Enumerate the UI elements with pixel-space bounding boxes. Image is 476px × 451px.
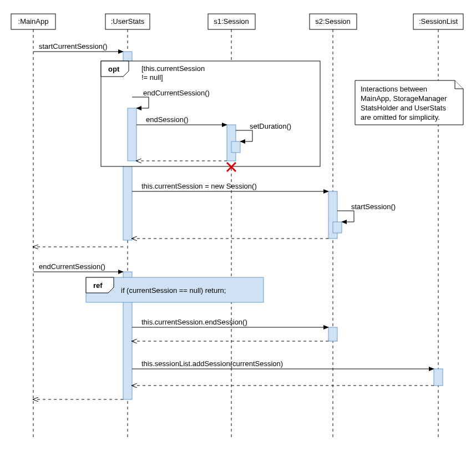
- lifeline-mainapp: :MainApp: [11, 14, 55, 438]
- fragment-ref: ref if (currentSession == null) return;: [86, 277, 264, 302]
- msg-startSession-self: [337, 211, 354, 222]
- note-l1: Interactions between: [361, 85, 427, 93]
- msg-label: this.currentSession.endSession(): [141, 318, 247, 326]
- msg-label: endCurrentSession(): [143, 89, 210, 97]
- opt-guard-2: != null]: [141, 73, 163, 82]
- msg-label: startCurrentSession(): [39, 42, 108, 50]
- activation-s2-inner: [333, 222, 342, 233]
- msg-label: this.sessionList.addSession(currentSessi…: [141, 359, 283, 368]
- msg-label: endCurrentSession(): [39, 262, 105, 271]
- note-l2: MainApp, StorageManager: [361, 94, 447, 103]
- note-l4: are omitted for simplicity.: [361, 113, 440, 121]
- note: Interactions between MainApp, StorageMan…: [355, 80, 463, 125]
- label: s1:Session: [214, 17, 249, 26]
- activation-userstats-inner: [128, 108, 136, 161]
- sequence-diagram: :MainApp :UserStats s1:Session s2:Sessio…: [0, 0, 476, 451]
- msg-label: setDuration(): [250, 122, 291, 130]
- ref-label: ref: [93, 281, 103, 290]
- label: :MainApp: [18, 17, 49, 26]
- label: :UserStats: [111, 17, 145, 26]
- msg-label: startSession(): [351, 202, 396, 211]
- label: :SessionList: [419, 17, 458, 26]
- activation-s2b: [328, 327, 337, 341]
- ref-text: if (currentSession == null) return;: [121, 286, 226, 295]
- note-l3: StatsHolder and UserStats: [361, 104, 446, 112]
- label: s2:Session: [315, 17, 351, 26]
- opt-label: opt: [108, 65, 120, 73]
- msg-label: endSession(): [146, 115, 189, 124]
- msg-label: this.currentSession = new Session(): [141, 182, 257, 190]
- activation-s1-inner: [231, 141, 240, 153]
- activation-sessionlist: [434, 369, 443, 386]
- opt-guard-1: [this.currentSession: [141, 64, 205, 73]
